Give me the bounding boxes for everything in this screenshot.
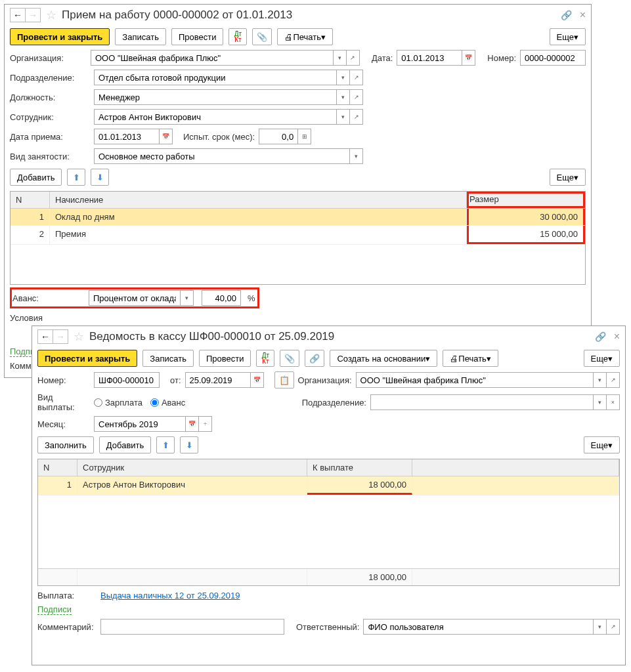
from-date-input[interactable] xyxy=(185,372,251,388)
employee-open[interactable]: ↗ xyxy=(350,109,363,125)
employment-dropdown[interactable]: ▾ xyxy=(350,148,363,164)
signatures-link[interactable]: Подписи xyxy=(37,604,72,615)
table-more-button[interactable]: Еще ▾ xyxy=(584,436,620,453)
percent-label: % xyxy=(248,293,255,303)
month-picker[interactable]: 📅 xyxy=(186,416,199,432)
org-input[interactable] xyxy=(91,50,334,66)
comment-input[interactable] xyxy=(100,619,284,635)
close-icon[interactable]: × xyxy=(614,331,620,343)
add-row-button[interactable]: Добавить xyxy=(10,169,62,186)
employment-label: Вид занятости: xyxy=(10,152,90,161)
related-button[interactable]: 🔗 xyxy=(305,350,324,367)
payment-label: Выплата: xyxy=(37,591,97,600)
col-n: N xyxy=(38,459,77,476)
close-icon[interactable]: × xyxy=(580,9,586,21)
star-icon[interactable]: ☆ xyxy=(74,329,84,344)
forward-button[interactable]: → xyxy=(25,8,41,22)
forward-button[interactable]: → xyxy=(53,329,68,344)
toolbar: Провести и закрыть Записать Провести ДтК… xyxy=(5,26,591,48)
advance-value-input[interactable] xyxy=(202,290,241,306)
date-picker[interactable]: 📅 xyxy=(462,50,475,66)
org-input[interactable] xyxy=(356,372,594,388)
employee-dropdown[interactable]: ▾ xyxy=(337,109,350,125)
number-input[interactable] xyxy=(520,50,586,66)
save-button[interactable]: Записать xyxy=(142,350,194,367)
month-input[interactable] xyxy=(94,416,186,432)
print-button[interactable]: 🖨 Печать ▾ xyxy=(443,350,498,367)
from-date-picker[interactable]: 📅 xyxy=(251,372,264,388)
back-button[interactable]: ← xyxy=(10,8,26,22)
table-more-button[interactable]: Еще ▾ xyxy=(550,169,586,186)
number-input[interactable] xyxy=(94,372,160,388)
submit-button[interactable]: Провести xyxy=(171,28,224,45)
radio-salary[interactable]: Зарплата xyxy=(94,398,142,408)
save-button[interactable]: Записать xyxy=(115,28,166,45)
responsible-dropdown[interactable]: ▾ xyxy=(594,619,607,635)
org-dropdown[interactable]: ▾ xyxy=(334,50,347,66)
dept-input[interactable] xyxy=(370,394,594,410)
more-button[interactable]: Еще ▾ xyxy=(550,28,586,45)
move-down-button[interactable]: ⬇ xyxy=(180,436,198,453)
dtkt-button[interactable]: ДтКт xyxy=(228,28,247,45)
position-open[interactable]: ↗ xyxy=(350,89,363,105)
employee-label: Сотрудник: xyxy=(10,112,90,122)
create-based-button[interactable]: Создать на основании ▾ xyxy=(330,350,437,367)
probation-calc[interactable]: ⊞ xyxy=(298,129,311,144)
conditions-label: Условия xyxy=(10,313,90,323)
titlebar: ← → ☆ Прием на работу 0000-000002 от 01.… xyxy=(5,5,591,26)
comment-label: Комментарий: xyxy=(37,622,97,632)
add-row-button[interactable]: Добавить xyxy=(99,436,151,453)
submit-close-button[interactable]: Провести и закрыть xyxy=(37,350,137,367)
org-icon-button[interactable]: 📋 xyxy=(274,371,294,388)
org-open[interactable]: ↗ xyxy=(347,50,360,66)
hire-date-label: Дата приема: xyxy=(10,132,90,142)
position-dropdown[interactable]: ▾ xyxy=(337,89,350,105)
dept-label: Подразделение: xyxy=(302,398,366,408)
advance-dropdown[interactable]: ▾ xyxy=(181,290,194,306)
employment-input[interactable] xyxy=(94,148,350,164)
back-button[interactable]: ← xyxy=(37,329,53,344)
total: 18 000,00 xyxy=(307,569,412,585)
print-button[interactable]: 🖨 Печать ▾ xyxy=(277,28,333,45)
fill-button[interactable]: Заполнить xyxy=(37,436,94,453)
position-input[interactable] xyxy=(94,89,337,105)
link-icon[interactable]: 🔗 xyxy=(561,10,572,20)
hire-date-picker[interactable]: 📅 xyxy=(160,129,173,144)
col-accrual: Начисление xyxy=(50,192,467,208)
col-employee: Сотрудник xyxy=(77,459,307,476)
dtkt-button[interactable]: ДтКт xyxy=(256,350,274,367)
move-down-button[interactable]: ⬇ xyxy=(91,169,109,186)
col-size: Размер xyxy=(467,192,585,208)
dept-dropdown[interactable]: ▾ xyxy=(594,394,607,410)
payment-link[interactable]: Выдача наличных 12 от 25.09.2019 xyxy=(100,591,240,600)
submit-button[interactable]: Провести xyxy=(199,350,251,367)
responsible-input[interactable] xyxy=(363,619,594,635)
position-label: Должность: xyxy=(10,93,90,102)
employee-input[interactable] xyxy=(94,109,337,125)
table-row[interactable]: 1 Оклад по дням 30 000,00 xyxy=(11,209,585,226)
month-stepper[interactable]: ÷ xyxy=(199,416,212,432)
org-dropdown[interactable]: ▾ xyxy=(594,372,607,388)
hire-date-input[interactable] xyxy=(94,129,160,144)
dept-clear[interactable]: × xyxy=(607,394,620,410)
dept-input[interactable] xyxy=(94,70,337,85)
table-row[interactable]: 2 Премия 15 000,00 xyxy=(11,226,585,245)
responsible-open[interactable]: ↗ xyxy=(607,619,620,635)
submit-close-button[interactable]: Провести и закрыть xyxy=(10,28,110,45)
attach-button[interactable]: 📎 xyxy=(280,350,299,367)
link-icon[interactable]: 🔗 xyxy=(595,331,606,342)
move-up-button[interactable]: ⬆ xyxy=(67,169,85,186)
dept-open[interactable]: ↗ xyxy=(350,70,363,85)
org-open[interactable]: ↗ xyxy=(607,372,620,388)
dept-dropdown[interactable]: ▾ xyxy=(337,70,350,85)
window-payroll: ← → ☆ Ведомость в кассу ШФ00-000010 от 2… xyxy=(32,326,626,665)
probation-input[interactable] xyxy=(259,129,298,144)
move-up-button[interactable]: ⬆ xyxy=(156,436,175,453)
date-input[interactable] xyxy=(397,50,462,66)
more-button[interactable]: Еще ▾ xyxy=(584,350,620,367)
radio-advance[interactable]: Аванс xyxy=(150,398,185,408)
attach-button[interactable]: 📎 xyxy=(252,28,272,45)
star-icon[interactable]: ☆ xyxy=(46,8,56,22)
advance-type-input[interactable] xyxy=(89,290,181,306)
table-row[interactable]: 1 Астров Антон Викторович 18 000,00 xyxy=(38,476,619,495)
